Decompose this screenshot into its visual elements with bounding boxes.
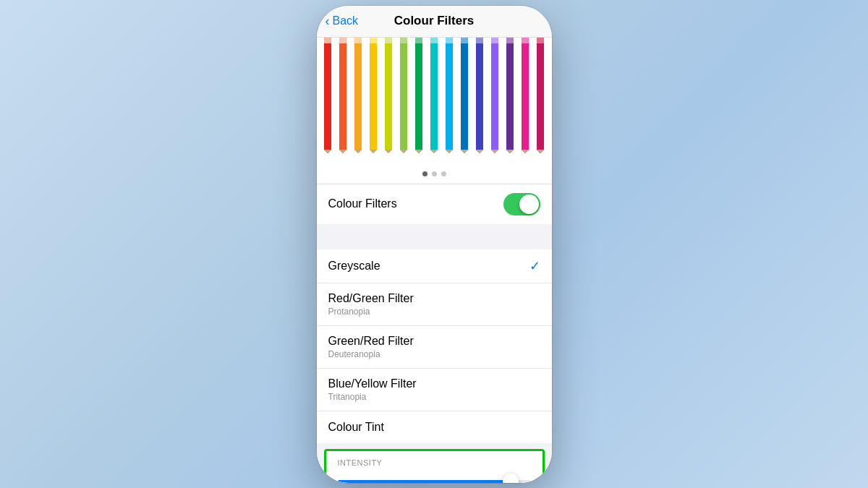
svg-rect-26 bbox=[446, 38, 453, 43]
page-indicator bbox=[317, 164, 552, 184]
svg-marker-33 bbox=[491, 38, 498, 153]
svg-marker-19 bbox=[415, 150, 422, 153]
back-label: Back bbox=[333, 14, 359, 27]
svg-rect-2 bbox=[324, 38, 331, 43]
svg-marker-31 bbox=[476, 150, 483, 153]
colour-tint-label: Colour Tint bbox=[328, 421, 384, 434]
navigation-bar: ‹ Back Colour Filters bbox=[317, 6, 552, 38]
svg-rect-11 bbox=[370, 38, 377, 43]
svg-marker-16 bbox=[400, 150, 407, 153]
svg-marker-22 bbox=[430, 150, 438, 153]
svg-rect-5 bbox=[339, 38, 346, 43]
svg-rect-32 bbox=[476, 38, 483, 43]
greyscale-row[interactable]: Greyscale ✓ bbox=[317, 249, 552, 283]
green-red-filter-row[interactable]: Green/Red Filter Deuteranopia bbox=[317, 326, 552, 369]
red-green-sublabel: Protanopia bbox=[328, 307, 414, 317]
red-green-filter-row[interactable]: Red/Green Filter Protanopia bbox=[317, 283, 552, 326]
svg-marker-12 bbox=[385, 38, 392, 153]
phone-frame: ‹ Back Colour Filters bbox=[317, 6, 552, 483]
intensity-section: INTENSITY bbox=[324, 449, 545, 483]
svg-marker-34 bbox=[491, 150, 498, 153]
colour-filters-row: Colour Filters bbox=[317, 184, 552, 224]
svg-rect-41 bbox=[522, 38, 529, 43]
svg-rect-44 bbox=[537, 38, 544, 43]
svg-marker-10 bbox=[370, 150, 377, 153]
svg-rect-23 bbox=[430, 38, 438, 43]
blue-yellow-sublabel: Tritanopia bbox=[328, 392, 417, 402]
blue-yellow-filter-row[interactable]: Blue/Yellow Filter Tritanopia bbox=[317, 369, 552, 411]
dot-3 bbox=[441, 171, 446, 176]
svg-rect-29 bbox=[461, 38, 468, 43]
svg-marker-37 bbox=[506, 150, 514, 153]
greyscale-label: Greyscale bbox=[328, 260, 380, 273]
svg-rect-17 bbox=[400, 38, 407, 43]
svg-marker-0 bbox=[324, 38, 331, 153]
blue-yellow-label: Blue/Yellow Filter bbox=[328, 377, 417, 390]
svg-marker-30 bbox=[476, 38, 483, 153]
pencils-svg bbox=[317, 38, 552, 153]
pencil-illustration bbox=[317, 38, 552, 164]
svg-marker-1 bbox=[324, 150, 331, 153]
svg-marker-13 bbox=[385, 150, 392, 153]
svg-marker-18 bbox=[415, 38, 422, 153]
slider-track bbox=[338, 480, 531, 483]
svg-rect-20 bbox=[415, 38, 422, 43]
intensity-slider-container[interactable] bbox=[338, 474, 531, 483]
colour-filters-section: Colour Filters bbox=[317, 184, 552, 224]
green-red-sublabel: Deuteranopia bbox=[328, 349, 414, 359]
svg-marker-24 bbox=[446, 38, 453, 153]
dot-2 bbox=[432, 171, 437, 176]
toggle-knob bbox=[519, 194, 539, 214]
svg-marker-6 bbox=[354, 38, 362, 153]
svg-marker-43 bbox=[537, 150, 544, 153]
green-red-label: Green/Red Filter bbox=[328, 335, 414, 348]
svg-rect-8 bbox=[354, 38, 362, 43]
svg-rect-35 bbox=[491, 38, 498, 43]
svg-marker-27 bbox=[461, 38, 468, 153]
svg-marker-36 bbox=[506, 38, 514, 153]
back-button[interactable]: ‹ Back bbox=[326, 14, 359, 29]
red-green-label: Red/Green Filter bbox=[328, 292, 414, 305]
svg-marker-25 bbox=[446, 150, 453, 153]
svg-marker-3 bbox=[339, 38, 346, 153]
colour-filters-toggle[interactable] bbox=[503, 193, 540, 215]
slider-fill bbox=[338, 480, 508, 483]
chevron-left-icon: ‹ bbox=[326, 14, 330, 29]
settings-content: Colour Filters Greyscale ✓ Red/Green Fil… bbox=[317, 184, 552, 483]
svg-marker-21 bbox=[430, 38, 438, 153]
colour-filters-label: Colour Filters bbox=[328, 197, 397, 210]
svg-marker-7 bbox=[354, 150, 362, 153]
section-gap-1 bbox=[317, 224, 552, 249]
svg-marker-9 bbox=[370, 38, 377, 153]
svg-marker-40 bbox=[522, 150, 529, 153]
slider-thumb[interactable] bbox=[503, 474, 519, 483]
svg-marker-28 bbox=[461, 150, 468, 153]
svg-marker-4 bbox=[339, 150, 346, 153]
greyscale-checkmark: ✓ bbox=[529, 258, 540, 274]
svg-rect-14 bbox=[385, 38, 392, 43]
page-title: Colour Filters bbox=[394, 14, 475, 28]
colour-tint-row[interactable]: Colour Tint bbox=[317, 411, 552, 443]
intensity-label: INTENSITY bbox=[338, 458, 531, 467]
filter-options-section: Greyscale ✓ Red/Green Filter Protanopia … bbox=[317, 249, 552, 443]
svg-rect-38 bbox=[506, 38, 514, 43]
svg-marker-39 bbox=[522, 38, 529, 153]
dot-1 bbox=[422, 171, 427, 176]
svg-marker-15 bbox=[400, 38, 407, 153]
svg-marker-42 bbox=[537, 38, 544, 153]
